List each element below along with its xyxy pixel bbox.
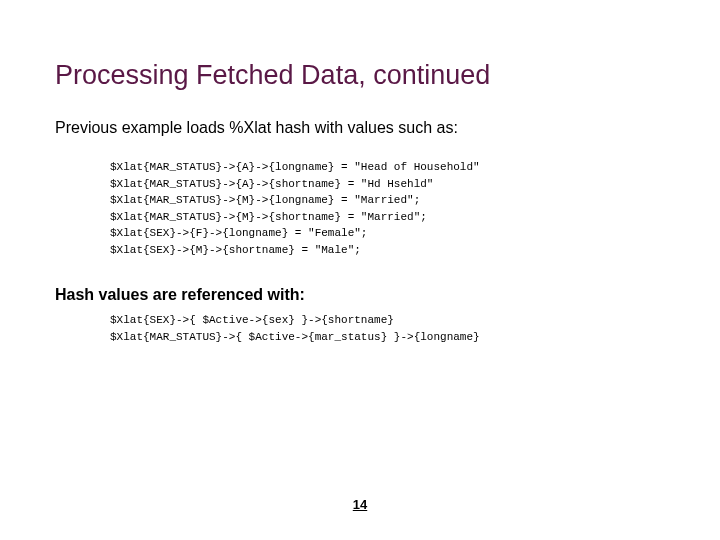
code-block-2: $Xlat{SEX}->{ $Active->{sex} }->{shortna… bbox=[55, 312, 665, 345]
section-heading: Hash values are referenced with: bbox=[55, 286, 665, 304]
code-block-1: $Xlat{MAR_STATUS}->{A}->{longname} = "He… bbox=[55, 159, 665, 258]
intro-text: Previous example loads %Xlat hash with v… bbox=[55, 119, 665, 137]
slide-title: Processing Fetched Data, continued bbox=[55, 60, 665, 91]
slide-content: Processing Fetched Data, continued Previ… bbox=[0, 0, 720, 345]
page-number: 14 bbox=[0, 497, 720, 512]
